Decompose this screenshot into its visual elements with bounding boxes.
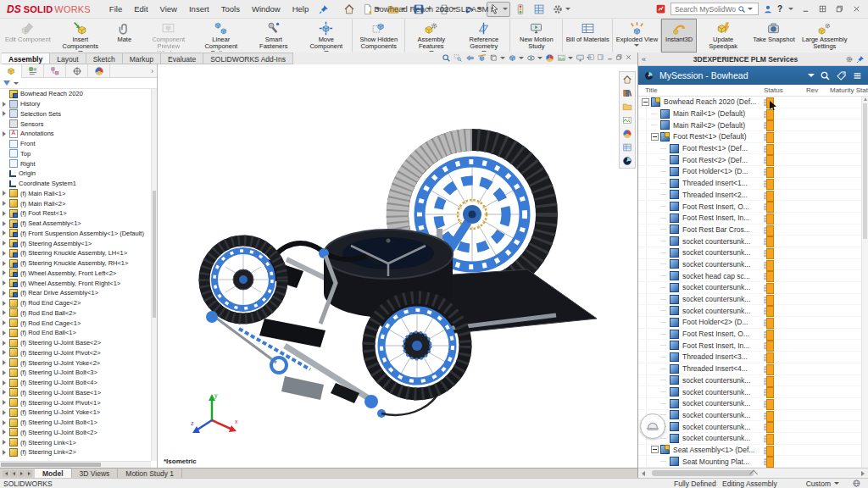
tree-row[interactable]: (f) Rod End Ball<1> xyxy=(0,328,151,338)
scrollbar-thumb[interactable] xyxy=(1,463,101,467)
dropdown-caret-icon[interactable] xyxy=(537,57,542,59)
session-caret-icon[interactable] xyxy=(808,74,815,77)
expand-arrow-icon[interactable] xyxy=(3,102,9,107)
status-icon[interactable] xyxy=(764,191,774,201)
expander-icon[interactable] xyxy=(660,145,668,152)
tree-row[interactable]: (f) Steering U-Joint Bolt<3> xyxy=(0,368,151,378)
document-window-button[interactable] xyxy=(615,53,623,61)
expander-icon[interactable] xyxy=(660,296,668,303)
status-icon[interactable] xyxy=(764,341,774,351)
pin-menu-icon[interactable] xyxy=(319,4,329,14)
tree-row[interactable]: (f) Steering U-Joint Yoke<1> xyxy=(0,408,151,418)
plm-tree-row[interactable]: Threaded Insert<4... xyxy=(638,363,861,375)
dropdown-caret-icon[interactable] xyxy=(503,8,508,10)
plm-tree-row[interactable]: socket countersunk... xyxy=(638,398,861,410)
expander-icon[interactable] xyxy=(642,98,649,106)
plm-menu-icon[interactable] xyxy=(852,70,863,81)
filter-icon[interactable] xyxy=(3,80,10,86)
expand-arrow-icon[interactable] xyxy=(3,251,9,256)
expand-arrow-icon[interactable] xyxy=(3,211,9,216)
expander-icon[interactable] xyxy=(651,110,659,118)
window-control-button[interactable] xyxy=(849,3,865,15)
tree-row[interactable]: (f) Rod End Cage<1> xyxy=(0,318,151,328)
status-icon[interactable] xyxy=(764,155,774,165)
menu-item[interactable]: View xyxy=(155,2,182,16)
plm-tree-row[interactable]: Threaded Insert<2... xyxy=(638,190,861,202)
task-pane-tab[interactable] xyxy=(620,141,634,152)
plm-tree-row[interactable]: socket countersunk... xyxy=(638,247,861,259)
expand-arrow-icon[interactable] xyxy=(3,330,9,336)
status-icon[interactable] xyxy=(764,422,774,432)
command-tab[interactable]: Assembly xyxy=(2,53,50,64)
plm-tree-row[interactable]: socket countersunk... xyxy=(638,294,861,306)
expand-arrow-icon[interactable] xyxy=(3,400,9,405)
window-control-button[interactable] xyxy=(798,3,814,15)
expander-icon[interactable] xyxy=(660,365,668,373)
graphics-viewport[interactable]: y x z *Isometric xyxy=(158,64,637,468)
tree-row[interactable]: (f) Steering Link<2> xyxy=(0,447,151,458)
assistant-helmet-button[interactable] xyxy=(640,413,665,439)
ribbon-button[interactable]: Reference Geometry xyxy=(458,19,510,53)
status-icon[interactable] xyxy=(764,179,774,189)
plm-pin-icon[interactable] xyxy=(856,55,865,64)
expander-icon[interactable] xyxy=(660,376,668,384)
tree-row[interactable]: (f) Steering Assembly<1> xyxy=(0,238,151,248)
expander-icon[interactable] xyxy=(660,435,668,442)
tree-row[interactable]: (f) Wheel Assembly, Front Right<1> xyxy=(0,278,151,288)
quick-access-button[interactable] xyxy=(549,2,573,17)
window-control-button[interactable] xyxy=(832,3,848,15)
plm-tree-row[interactable]: Foot Rest Insert, In... xyxy=(638,213,861,225)
status-icon[interactable] xyxy=(764,260,774,270)
feature-manager-tab[interactable] xyxy=(66,64,88,78)
status-icon[interactable] xyxy=(764,387,774,397)
view-tool-button[interactable] xyxy=(453,53,464,63)
column-maturity-state[interactable]: Maturity State xyxy=(830,86,868,94)
task-pane-tab[interactable] xyxy=(620,114,634,125)
status-icon[interactable] xyxy=(764,283,774,293)
ribbon-button[interactable]: Bill of Materials xyxy=(563,19,613,53)
dropdown-caret-icon[interactable] xyxy=(568,57,573,59)
tree-row[interactable]: (f) Rear Drive Assembly<1> xyxy=(0,288,151,298)
tab-nav-button[interactable] xyxy=(3,470,9,477)
expander-icon[interactable] xyxy=(660,168,668,175)
flyout-expand-arrow[interactable]: › xyxy=(151,67,157,75)
window-control-button[interactable] xyxy=(815,3,831,15)
tree-row[interactable]: (f) Steering U-Joint Pivot<2> xyxy=(0,348,151,358)
ribbon-button[interactable]: Update Speedpak xyxy=(697,19,749,53)
expand-arrow-icon[interactable] xyxy=(3,191,9,196)
plm-tree-row[interactable]: socket countersunk... xyxy=(638,410,861,422)
status-icon[interactable] xyxy=(764,457,774,467)
expander-icon[interactable] xyxy=(660,156,668,164)
column-title[interactable]: Title xyxy=(645,86,658,94)
expander-icon[interactable] xyxy=(651,446,659,453)
plm-vertical-scrollbar[interactable] xyxy=(861,97,868,468)
column-rev[interactable]: Rev xyxy=(806,86,818,94)
expand-arrow-icon[interactable] xyxy=(3,241,9,246)
tree-row[interactable]: Sensors xyxy=(0,119,151,129)
expand-arrow-icon[interactable] xyxy=(3,370,9,375)
status-icon[interactable] xyxy=(764,132,774,142)
plm-tree-row[interactable]: socket countersunk... xyxy=(638,236,861,247)
plm-settings-gear-icon[interactable] xyxy=(845,55,854,64)
plm-tree-row[interactable]: socket countersunk... xyxy=(638,386,861,398)
command-tab[interactable]: Evaluate xyxy=(161,53,203,64)
expander-icon[interactable] xyxy=(660,237,668,245)
quick-access-button[interactable] xyxy=(531,2,548,17)
ribbon-button[interactable]: Exploded View xyxy=(613,19,661,53)
ribbon-button[interactable]: New Motion Study xyxy=(510,19,563,53)
task-pane-tab[interactable] xyxy=(620,128,634,139)
status-icon[interactable] xyxy=(764,144,774,154)
tree-row[interactable]: (f) Steering U-Joint Base<1> xyxy=(0,388,151,398)
expand-arrow-icon[interactable] xyxy=(3,291,9,296)
expand-arrow-icon[interactable] xyxy=(3,380,9,385)
expand-arrow-icon[interactable] xyxy=(3,310,9,315)
dropdown-caret-icon[interactable] xyxy=(634,44,639,47)
search-icon[interactable] xyxy=(737,5,746,14)
view-tool-button[interactable] xyxy=(526,53,543,63)
tree-row[interactable]: (f) Steering Knuckle Assembly, LH<1> xyxy=(0,248,151,258)
quick-access-button[interactable] xyxy=(341,2,358,17)
view-tool-button[interactable] xyxy=(476,53,487,63)
menu-item[interactable]: Help xyxy=(287,2,314,16)
document-tab[interactable]: Model xyxy=(35,468,72,478)
command-tab[interactable]: SOLIDWORKS Add-Ins xyxy=(203,53,293,64)
